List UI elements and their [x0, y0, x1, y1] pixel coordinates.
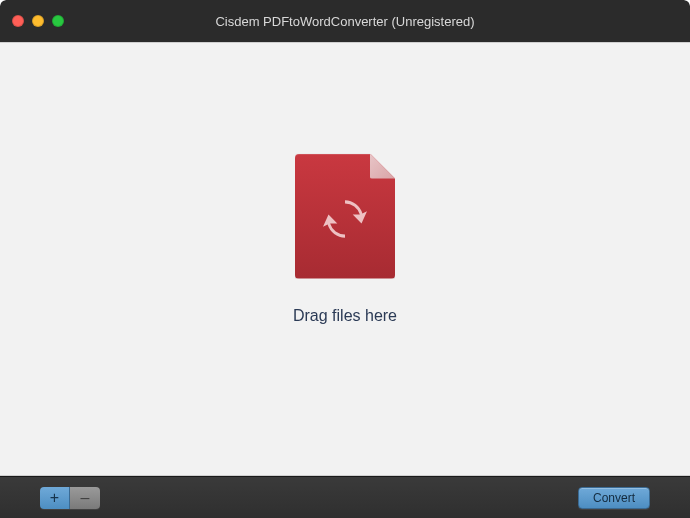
document-icon	[295, 154, 395, 279]
maximize-icon[interactable]	[52, 15, 64, 27]
convert-arrows-icon	[323, 197, 367, 241]
close-icon[interactable]	[12, 15, 24, 27]
add-button[interactable]: +	[40, 487, 70, 509]
add-remove-group: + –	[40, 487, 100, 509]
bottom-toolbar: + – Convert	[0, 476, 690, 518]
drop-hint-text: Drag files here	[293, 307, 397, 325]
window-title: Cisdem PDFtoWordConverter (Unregistered)	[0, 14, 690, 29]
titlebar: Cisdem PDFtoWordConverter (Unregistered)	[0, 0, 690, 42]
convert-button[interactable]: Convert	[578, 487, 650, 509]
drop-zone[interactable]: Drag files here	[0, 42, 690, 476]
window-controls	[0, 15, 64, 27]
remove-button[interactable]: –	[70, 487, 100, 509]
minimize-icon[interactable]	[32, 15, 44, 27]
